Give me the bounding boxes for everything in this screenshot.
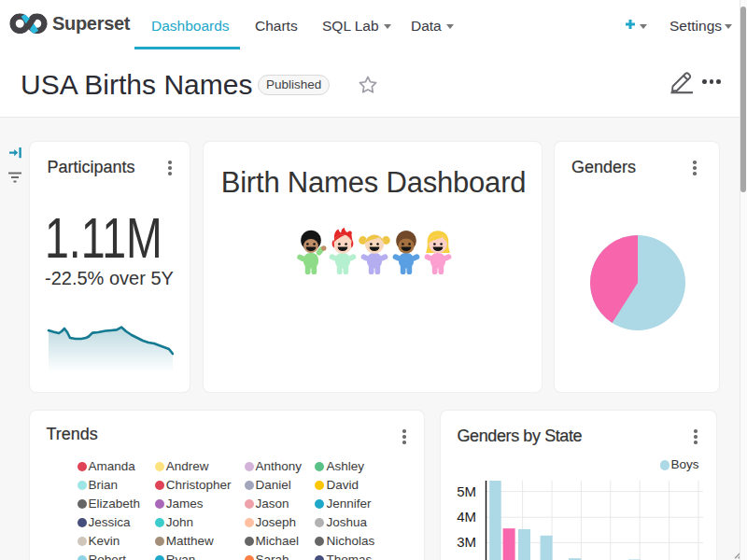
svg-text:4M: 4M bbox=[457, 509, 476, 525]
svg-text:3M: 3M bbox=[457, 534, 476, 550]
svg-text:5M: 5M bbox=[457, 483, 476, 499]
